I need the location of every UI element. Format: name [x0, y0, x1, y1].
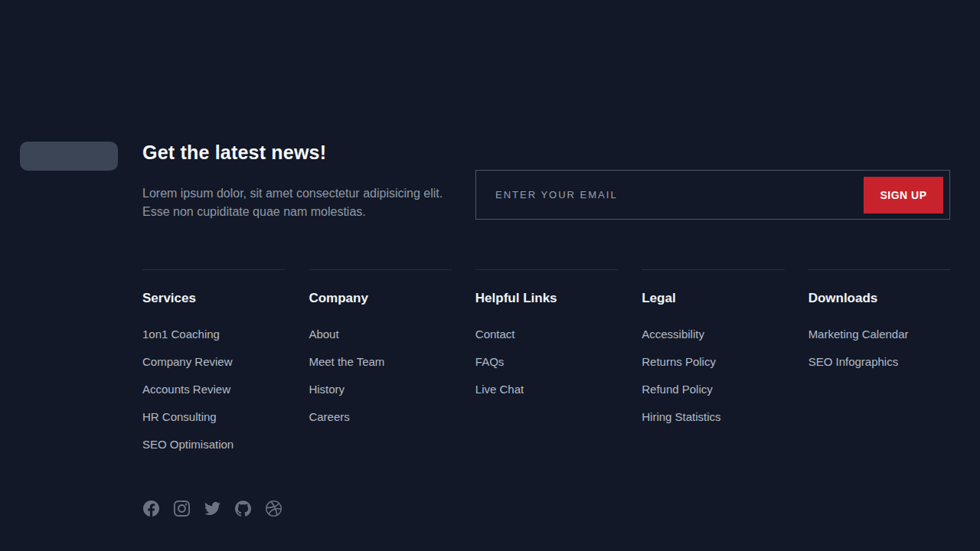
newsletter-form: SIGN UP: [475, 170, 950, 220]
footer-link[interactable]: 1on1 Coaching: [142, 328, 220, 341]
footer-column-legal: Legal Accessibility Returns Policy Refun…: [642, 269, 784, 465]
column-title: Helpful Links: [475, 291, 618, 306]
newsletter-description: Lorem ipsum dolor, sit amet consectetur …: [142, 184, 456, 221]
footer-link[interactable]: Meet the Team: [309, 355, 384, 368]
footer-link[interactable]: Marketing Calendar: [808, 328, 909, 341]
footer-column-company: Company About Meet the Team History Care…: [309, 269, 451, 465]
footer-link[interactable]: Company Review: [142, 355, 233, 368]
footer-link-columns: Services 1on1 Coaching Company Review Ac…: [142, 269, 951, 465]
footer-link[interactable]: Contact: [475, 328, 515, 341]
column-title: Services: [142, 291, 285, 306]
instagram-icon[interactable]: [174, 500, 190, 517]
footer-link[interactable]: FAQs: [475, 355, 505, 368]
github-icon[interactable]: [235, 500, 251, 517]
footer-link[interactable]: Returns Policy: [642, 355, 716, 368]
footer-link[interactable]: History: [309, 383, 345, 396]
social-links: [143, 500, 282, 517]
email-input[interactable]: [476, 171, 864, 219]
dribbble-icon[interactable]: [266, 500, 282, 517]
footer-link[interactable]: Live Chat: [475, 383, 524, 396]
footer-link[interactable]: SEO Optimisation: [142, 438, 234, 451]
column-links: Marketing Calendar SEO Infographics: [808, 328, 951, 370]
column-title: Downloads: [808, 291, 951, 306]
logo-placeholder: [20, 142, 118, 171]
facebook-icon[interactable]: [143, 500, 159, 517]
footer-link[interactable]: Careers: [309, 410, 349, 423]
footer-column-services: Services 1on1 Coaching Company Review Ac…: [142, 269, 285, 465]
footer-link[interactable]: HR Consulting: [142, 410, 217, 423]
footer: Get the latest news! Lorem ipsum dolor, …: [0, 0, 980, 551]
column-links: About Meet the Team History Careers: [309, 328, 451, 425]
column-links: Contact FAQs Live Chat: [475, 328, 618, 398]
twitter-icon[interactable]: [204, 500, 220, 517]
column-links: Accessibility Returns Policy Refund Poli…: [642, 328, 784, 425]
newsletter-heading: Get the latest news!: [142, 142, 326, 164]
footer-link[interactable]: Refund Policy: [642, 383, 713, 396]
footer-column-helpful-links: Helpful Links Contact FAQs Live Chat: [475, 269, 618, 465]
footer-column-downloads: Downloads Marketing Calendar SEO Infogra…: [808, 269, 951, 465]
footer-link[interactable]: Accounts Review: [142, 383, 230, 396]
footer-link[interactable]: SEO Infographics: [808, 355, 899, 368]
footer-link[interactable]: Accessibility: [642, 328, 704, 341]
footer-link[interactable]: About: [309, 328, 338, 341]
column-title: Legal: [642, 291, 784, 306]
column-links: 1on1 Coaching Company Review Accounts Re…: [142, 328, 285, 453]
column-title: Company: [309, 291, 451, 306]
footer-link[interactable]: Hiring Statistics: [642, 410, 720, 423]
signup-button[interactable]: SIGN UP: [864, 177, 943, 214]
